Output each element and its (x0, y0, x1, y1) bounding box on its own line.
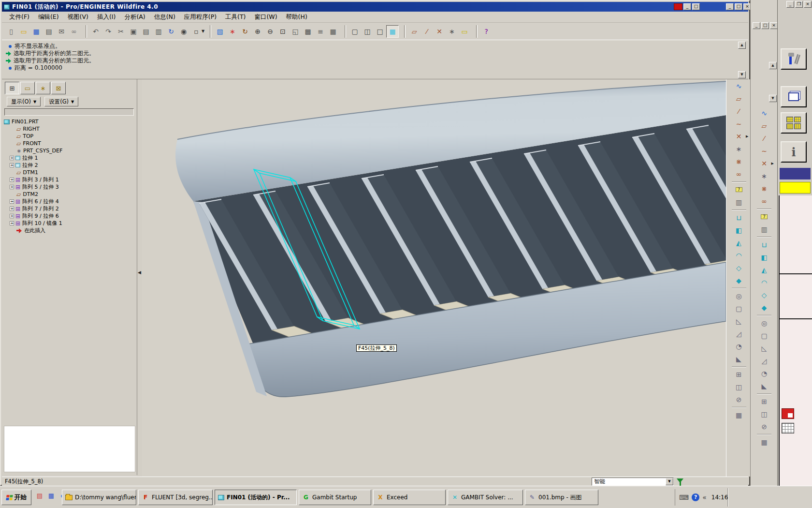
show-dropdown[interactable]: 显示(O)▼ (7, 97, 41, 106)
tree-item-12[interactable]: +⊞阵列 7 / 阵列 2 (4, 205, 135, 212)
select-mode-button[interactable]: ▫ (190, 25, 203, 38)
clock[interactable]: 14:16 (711, 494, 728, 501)
tab-favorites[interactable]: ∗ (36, 82, 50, 94)
annotation-tool-button[interactable]: 7 (733, 184, 745, 195)
hole-tool-button[interactable]: ◎ (733, 290, 745, 302)
tab-model-tree[interactable]: ⊞ (5, 82, 19, 94)
find-button[interactable]: ◉ (177, 25, 190, 38)
tree-item-2[interactable]: ▱TOP (4, 133, 135, 140)
chevron-down-icon[interactable]: ▼ (666, 478, 673, 485)
sweep-tool-button[interactable]: ◠ (733, 250, 745, 261)
trim-tool-button[interactable]: ⊘ (733, 394, 745, 405)
view-manager-button[interactable]: ▦ (327, 25, 339, 38)
revolve-tool-button[interactable]: ◭ (758, 264, 770, 276)
undo-button[interactable]: ↶ (89, 25, 102, 38)
chamfer-tool-button[interactable]: ◣ (758, 380, 770, 392)
menu-v[interactable]: 视图(V) (63, 12, 93, 22)
sketch-tool-button[interactable]: ⊔ (733, 212, 745, 224)
datum-axis-tool-button[interactable]: ⁄ (733, 105, 745, 117)
task-gambit-solver[interactable]: ✕GAMBIT Solver: ... (448, 490, 523, 505)
tab-history[interactable]: ⊠ (51, 82, 66, 94)
selection-filter-combo[interactable]: 智能 ▼ (592, 478, 674, 486)
scroll-down-icon[interactable]: ▼ (769, 95, 777, 102)
scroll-up-icon[interactable]: ▲ (738, 42, 746, 49)
task-gambit-startup[interactable]: GGambit Startup (299, 490, 371, 505)
scroll-down-icon[interactable]: ▼ (738, 71, 746, 78)
task-exceed[interactable]: XExceed (373, 490, 446, 505)
tree-item-4[interactable]: ∗PRT_CSYS_DEF (4, 147, 135, 154)
spin-center-button[interactable]: ∗ (226, 25, 239, 38)
titlebar[interactable]: FIN01 (活动的) - Pro/ENGINEER Wildfire 4.0 … (2, 2, 748, 12)
field-point-tool-button[interactable]: ⋇ (733, 156, 745, 167)
expand-icon[interactable]: + (10, 163, 14, 167)
tree-item-5[interactable]: +拉伸 1 (4, 154, 135, 162)
help-tray-icon[interactable]: ? (692, 493, 699, 501)
datum-plane-tool-button[interactable]: ▱ (733, 93, 745, 105)
keyboard-icon[interactable]: ⌨ (679, 493, 689, 501)
collapse-left-icon[interactable]: ◀ (138, 270, 141, 275)
orient-mode-button[interactable]: ↻ (239, 25, 251, 38)
message-scrollbar[interactable]: ▲ ▼ (738, 42, 746, 78)
menu-p[interactable]: 应用程序(P) (180, 12, 221, 22)
expand-icon[interactable]: + (10, 199, 14, 204)
tree-item-13[interactable]: +⊞阵列 9 / 拉伸 6 (4, 212, 135, 220)
layers-button[interactable]: ≡ (314, 25, 327, 38)
menu-f[interactable]: 文件(F) (5, 12, 34, 22)
annotation-stack-tool-button[interactable]: ▥ (758, 224, 770, 235)
wireframe-button[interactable]: ▢ (348, 25, 361, 38)
csys-tool-button[interactable]: ∗ (733, 143, 745, 155)
annotation-display-button[interactable]: ▭ (458, 25, 471, 38)
tab-folder-browser[interactable]: ▭ (20, 82, 35, 94)
grid-tool-button[interactable]: ▦ (733, 409, 745, 421)
hole-tool-button[interactable]: ◎ (758, 317, 770, 329)
model-canvas[interactable] (142, 79, 726, 477)
style-tool-button[interactable]: ∿ (733, 80, 745, 92)
annotation-stack-tool-button[interactable]: ▥ (733, 196, 745, 208)
start-button[interactable]: 开始 (1, 490, 31, 505)
tree-item-10[interactable]: ▱DTM2 (4, 191, 135, 198)
bg-minimize-button[interactable]: _ (753, 22, 760, 29)
expand-icon[interactable]: + (10, 207, 14, 211)
draft-tool-button[interactable]: ◿ (733, 328, 745, 340)
round-tool-button[interactable]: ◔ (758, 368, 770, 379)
saved-views-button[interactable]: ◱ (289, 25, 302, 38)
zoom-in-button[interactable]: ⊕ (251, 25, 264, 38)
menu-a[interactable]: 分析(A) (120, 12, 149, 22)
gambit-restore-button[interactable]: ❒ (795, 1, 803, 8)
rib-tool-button[interactable]: ◺ (733, 315, 745, 327)
csys-tool-button[interactable]: ∗ (758, 170, 770, 182)
web-link-button[interactable]: ∞ (68, 25, 80, 38)
context-help-button[interactable]: ? (480, 25, 493, 38)
sweep-tool-button[interactable]: ◠ (758, 277, 770, 288)
round-tool-button[interactable]: ◔ (733, 341, 745, 352)
paste-special-button[interactable]: ▥ (152, 25, 165, 38)
copy-button[interactable]: ▣ (127, 25, 140, 38)
ql-notes[interactable]: ▤ (35, 491, 44, 500)
tree-item-9[interactable]: +⊞阵列 5 / 拉伸 3 (4, 183, 135, 191)
tree-item-6[interactable]: +拉伸 2 (4, 162, 135, 169)
extrude-tool-button[interactable]: ◧ (733, 224, 745, 236)
flyout-arrow-icon[interactable]: ▶ (746, 134, 748, 138)
zoom-out-button[interactable]: ⊖ (264, 25, 276, 38)
draft-tool-button[interactable]: ◿ (758, 355, 770, 367)
pattern-tool-button[interactable]: ⊞ (758, 396, 770, 407)
mirror-tool-button[interactable]: ◫ (733, 381, 745, 393)
field-point-tool-button[interactable]: ⋇ (758, 183, 770, 194)
datum-point-tool-button[interactable]: ✕▶ (733, 131, 745, 142)
save-file-button[interactable]: ▦ (30, 25, 43, 38)
plane-display-button[interactable]: ▱ (408, 25, 420, 38)
datum-plane-tool-button[interactable]: ▱ (758, 120, 770, 132)
csys-display-button[interactable]: ∗ (446, 25, 458, 38)
task-proe[interactable]: FIN01 (活动的) - Pr... (215, 490, 297, 505)
axis-display-button[interactable]: ⁄ (420, 25, 433, 38)
expand-icon[interactable]: + (10, 221, 14, 225)
expand-icon[interactable]: + (10, 185, 14, 189)
revolve-tool-button[interactable]: ◭ (733, 237, 745, 249)
gambit-info-button[interactable]: i (781, 141, 807, 163)
panel-grid-icon[interactable] (782, 423, 794, 433)
bg-close-button[interactable]: × (770, 22, 778, 29)
refit-button[interactable]: ⊡ (276, 25, 289, 38)
flyout-arrow-icon[interactable]: ▶ (771, 162, 774, 165)
menu-h[interactable]: 帮助(H) (282, 12, 312, 22)
style-tool-button[interactable]: ∿ (758, 107, 770, 119)
